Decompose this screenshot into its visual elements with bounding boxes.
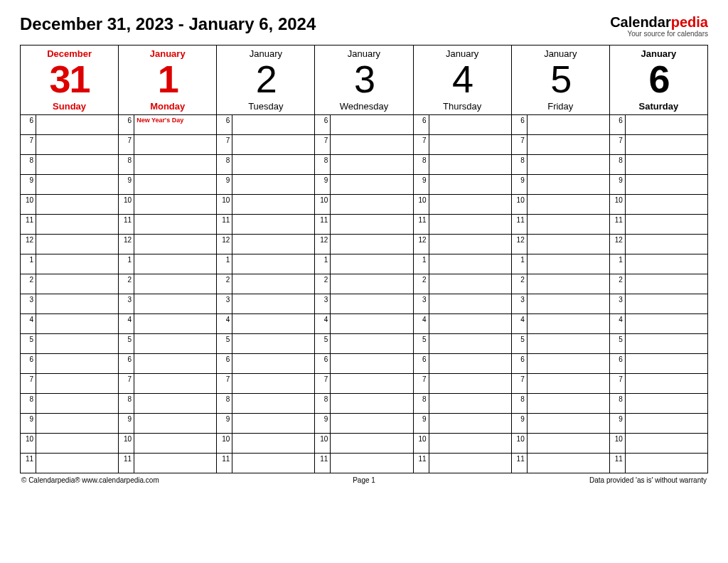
time-slot[interactable]: 8: [315, 393, 413, 413]
time-slot[interactable]: 12: [21, 234, 119, 254]
time-slot[interactable]: 1: [315, 254, 413, 274]
time-slot[interactable]: 3: [511, 294, 609, 313]
time-slot[interactable]: 8: [511, 393, 609, 413]
time-slot[interactable]: 7: [217, 134, 315, 154]
time-slot[interactable]: 10: [217, 194, 315, 214]
time-slot[interactable]: 8: [609, 393, 707, 413]
time-slot[interactable]: 11: [21, 214, 119, 234]
time-slot[interactable]: 5: [413, 333, 511, 353]
time-slot[interactable]: 8: [511, 154, 609, 174]
time-slot[interactable]: 8: [119, 393, 217, 413]
time-slot[interactable]: 12: [217, 234, 315, 254]
time-slot[interactable]: 11: [21, 453, 119, 473]
time-slot[interactable]: 1: [609, 254, 707, 274]
time-slot[interactable]: 6New Year's Day: [119, 114, 217, 134]
time-slot[interactable]: 11: [217, 214, 315, 234]
time-slot[interactable]: 3: [413, 294, 511, 313]
time-slot[interactable]: 11: [119, 453, 217, 473]
time-slot[interactable]: 7: [511, 373, 609, 393]
time-slot[interactable]: 11: [217, 453, 315, 473]
time-slot[interactable]: 1: [413, 254, 511, 274]
time-slot[interactable]: 7: [413, 134, 511, 154]
time-slot[interactable]: 10: [609, 194, 707, 214]
time-slot[interactable]: 10: [511, 433, 609, 453]
time-slot[interactable]: 2: [119, 274, 217, 294]
time-slot[interactable]: 7: [315, 373, 413, 393]
time-slot[interactable]: 4: [413, 313, 511, 333]
time-slot[interactable]: 3: [119, 294, 217, 313]
time-slot[interactable]: 10: [21, 194, 119, 214]
time-slot[interactable]: 10: [413, 433, 511, 453]
time-slot[interactable]: 10: [609, 433, 707, 453]
time-slot[interactable]: 2: [315, 274, 413, 294]
time-slot[interactable]: 12: [413, 234, 511, 254]
time-slot[interactable]: 4: [119, 313, 217, 333]
time-slot[interactable]: 1: [511, 254, 609, 274]
time-slot[interactable]: 7: [21, 134, 119, 154]
time-slot[interactable]: 11: [511, 214, 609, 234]
time-slot[interactable]: 7: [217, 373, 315, 393]
time-slot[interactable]: 6: [413, 114, 511, 134]
time-slot[interactable]: 9: [119, 174, 217, 194]
time-slot[interactable]: 6: [217, 114, 315, 134]
time-slot[interactable]: 11: [413, 214, 511, 234]
time-slot[interactable]: 10: [21, 433, 119, 453]
time-slot[interactable]: 3: [609, 294, 707, 313]
time-slot[interactable]: 6: [21, 114, 119, 134]
time-slot[interactable]: 10: [413, 194, 511, 214]
time-slot[interactable]: 8: [21, 393, 119, 413]
time-slot[interactable]: 6: [511, 114, 609, 134]
time-slot[interactable]: 8: [413, 154, 511, 174]
time-slot[interactable]: 9: [217, 413, 315, 433]
time-slot[interactable]: 5: [511, 333, 609, 353]
time-slot[interactable]: 8: [315, 154, 413, 174]
time-slot[interactable]: 8: [119, 154, 217, 174]
time-slot[interactable]: 1: [21, 254, 119, 274]
time-slot[interactable]: 2: [21, 274, 119, 294]
time-slot[interactable]: 9: [21, 413, 119, 433]
time-slot[interactable]: 2: [609, 274, 707, 294]
time-slot[interactable]: 3: [21, 294, 119, 313]
time-slot[interactable]: 5: [21, 333, 119, 353]
time-slot[interactable]: 8: [217, 154, 315, 174]
time-slot[interactable]: 6: [315, 353, 413, 373]
time-slot[interactable]: 7: [511, 134, 609, 154]
time-slot[interactable]: 1: [119, 254, 217, 274]
time-slot[interactable]: 8: [413, 393, 511, 413]
time-slot[interactable]: 2: [511, 274, 609, 294]
time-slot[interactable]: 8: [217, 393, 315, 413]
time-slot[interactable]: 2: [413, 274, 511, 294]
time-slot[interactable]: 9: [21, 174, 119, 194]
time-slot[interactable]: 5: [609, 333, 707, 353]
time-slot[interactable]: 6: [21, 353, 119, 373]
time-slot[interactable]: 4: [511, 313, 609, 333]
time-slot[interactable]: 11: [413, 453, 511, 473]
time-slot[interactable]: 10: [511, 194, 609, 214]
time-slot[interactable]: 7: [315, 134, 413, 154]
time-slot[interactable]: 1: [217, 254, 315, 274]
time-slot[interactable]: 5: [119, 333, 217, 353]
time-slot[interactable]: 4: [217, 313, 315, 333]
time-slot[interactable]: 4: [21, 313, 119, 333]
time-slot[interactable]: 9: [511, 174, 609, 194]
time-slot[interactable]: 9: [413, 413, 511, 433]
time-slot[interactable]: 8: [609, 154, 707, 174]
time-slot[interactable]: 9: [315, 174, 413, 194]
time-slot[interactable]: 6: [609, 353, 707, 373]
time-slot[interactable]: 12: [119, 234, 217, 254]
time-slot[interactable]: 10: [315, 433, 413, 453]
time-slot[interactable]: 3: [217, 294, 315, 313]
time-slot[interactable]: 7: [609, 373, 707, 393]
time-slot[interactable]: 6: [315, 114, 413, 134]
time-slot[interactable]: 10: [119, 194, 217, 214]
time-slot[interactable]: 6: [217, 353, 315, 373]
time-slot[interactable]: 7: [413, 373, 511, 393]
time-slot[interactable]: 6: [119, 353, 217, 373]
time-slot[interactable]: 6: [413, 353, 511, 373]
time-slot[interactable]: 3: [315, 294, 413, 313]
time-slot[interactable]: 9: [609, 413, 707, 433]
time-slot[interactable]: 9: [315, 413, 413, 433]
time-slot[interactable]: 7: [119, 373, 217, 393]
time-slot[interactable]: 9: [609, 174, 707, 194]
time-slot[interactable]: 11: [315, 453, 413, 473]
